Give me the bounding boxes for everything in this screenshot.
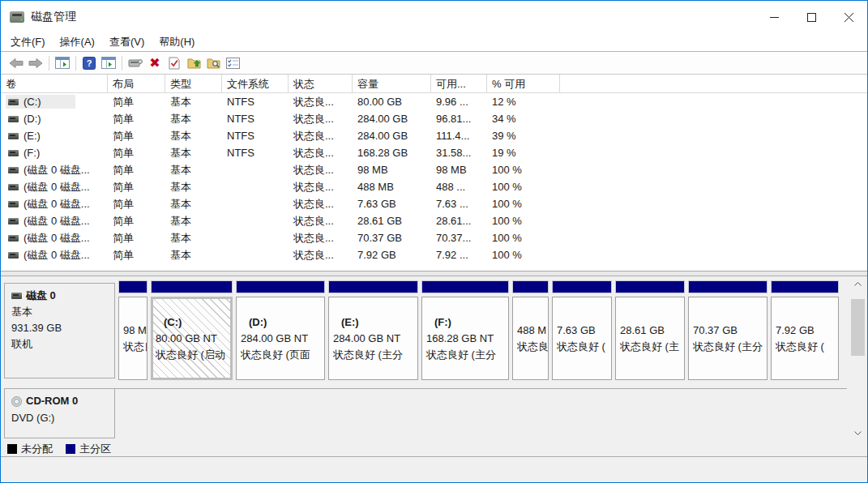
unallocated-swatch — [7, 444, 17, 454]
view-options-icon[interactable] — [223, 54, 242, 72]
cdrom0-info-panel[interactable]: CD-ROM 0 DVD (G:) — [4, 388, 115, 438]
volume-free-cell: 96.81... — [431, 113, 487, 125]
console-tree-icon[interactable] — [53, 54, 72, 72]
volume-layout-cell: 简单 — [108, 180, 165, 194]
volume-row[interactable]: (磁盘 0 磁盘...简单基本状态良...70.37 GB70.37...100… — [1, 229, 867, 246]
close-icon[interactable] — [830, 1, 867, 33]
check-disk-icon[interactable] — [165, 54, 184, 72]
menu-file[interactable]: 文件(F) — [3, 32, 53, 52]
maximize-icon[interactable] — [793, 1, 830, 33]
scrollbar-thumb[interactable] — [851, 299, 865, 356]
partition-cell[interactable]: (C:)80.00 GB NT状态良好 (启动 — [151, 280, 233, 380]
volume-row[interactable]: (C:)简单基本NTFS状态良...80.00 GB9.96 ...12 % — [1, 93, 867, 110]
volume-status-cell: 状态良... — [289, 95, 353, 109]
status-bar — [1, 457, 867, 482]
column-header-pct-free[interactable]: % 可用 — [487, 75, 560, 93]
partition-body[interactable]: 7.63 GB状态良好 ( — [552, 297, 612, 380]
partition-status: 状态良好 (主分 — [693, 339, 763, 355]
partition-body[interactable]: 488 M状态良 — [512, 297, 549, 380]
partition-body[interactable]: (C:)80.00 GB NT状态良好 (启动 — [151, 297, 233, 380]
partition-status: 状态良好 (主分 — [333, 347, 413, 363]
volume-layout-cell: 简单 — [108, 214, 165, 229]
partition-cell[interactable]: (D:)284.00 GB NT状态良好 (页面 — [236, 280, 325, 380]
properties-icon[interactable] — [126, 54, 145, 72]
volume-capacity-cell: 7.63 GB — [353, 198, 431, 210]
delete-volume-icon[interactable]: ✖ — [145, 54, 165, 72]
volume-fs-cell: NTFS — [222, 96, 289, 108]
volume-fs-cell: NTFS — [222, 130, 289, 142]
partition-cell[interactable]: (E:)284.00 GB NT状态良好 (主分 — [328, 280, 418, 380]
partition-color-band — [615, 280, 685, 293]
column-header-free[interactable]: 可用... — [431, 75, 487, 93]
partition-size: 28.61 GB — [620, 323, 680, 339]
volume-row[interactable]: (磁盘 0 磁盘...简单基本状态良...488 MB488 ...100 % — [1, 178, 867, 195]
volume-row[interactable]: (D:)简单基本NTFS状态良...284.00 GB96.81...34 % — [1, 110, 867, 127]
volume-row[interactable]: (磁盘 0 磁盘...简单基本状态良...7.63 GB7.63 ...100 … — [1, 195, 867, 212]
volume-row[interactable]: (F:)简单基本NTFS状态良...168.28 GB31.58...19 % — [1, 144, 867, 161]
partition-cell[interactable]: 28.61 GB状态良好 (主 — [615, 280, 685, 380]
back-icon[interactable] — [6, 54, 26, 72]
partition-body[interactable]: (D:)284.00 GB NT状态良好 (页面 — [236, 297, 325, 380]
volume-pct-cell: 12 % — [487, 96, 560, 108]
disk-management-app-icon — [10, 11, 24, 23]
volume-name-cell: (磁盘 0 磁盘... — [1, 162, 108, 178]
partition-cell[interactable]: 488 M状态良 — [512, 280, 549, 380]
volume-row[interactable]: (磁盘 0 磁盘...简单基本状态良...7.92 GB7.92 ...100 … — [1, 246, 867, 263]
volume-row[interactable]: (磁盘 0 磁盘...简单基本状态良...28.61 GB28.61...100… — [1, 212, 867, 229]
partition-body[interactable]: 98 MB状态良好 — [118, 297, 148, 380]
volume-status-cell: 状态良... — [289, 180, 353, 194]
legend-bar: 未分配 主分区 — [1, 441, 867, 457]
partition-size: 7.92 GB — [776, 323, 834, 339]
volume-table-body: (C:)简单基本NTFS状态良...80.00 GB9.96 ...12 %(D… — [1, 93, 867, 263]
legend-unallocated-label: 未分配 — [21, 442, 53, 456]
volume-row[interactable]: (磁盘 0 磁盘...简单基本状态良...98 MB98 MB100 % — [1, 161, 867, 178]
folder-up-icon[interactable] — [184, 54, 203, 72]
volume-type-cell: 基本 — [165, 146, 222, 160]
volume-layout-cell: 简单 — [108, 231, 165, 246]
partition-cell[interactable]: (F:)168.28 GB NT状态良好 (主分 — [421, 280, 509, 380]
scroll-up-icon[interactable] — [851, 277, 865, 291]
help-icon[interactable]: ? — [79, 54, 99, 72]
disk0-info-panel[interactable]: 磁盘 0 基本 931.39 GB 联机 — [4, 283, 115, 378]
column-header-volume[interactable]: 卷 — [1, 75, 108, 93]
volume-capacity-cell: 98 MB — [353, 164, 431, 176]
partition-status: 状态良好 (主分 — [426, 347, 504, 363]
column-header-filler — [560, 75, 867, 93]
volume-layout-cell: 简单 — [108, 129, 165, 143]
partition-cell[interactable]: 98 MB状态良好 — [118, 280, 148, 380]
partition-size: 488 M — [517, 323, 544, 339]
volume-name-cell: (磁盘 0 磁盘... — [1, 213, 108, 229]
vertical-scrollbar[interactable] — [851, 277, 865, 440]
pane-splitter[interactable] — [1, 271, 867, 276]
partition-color-band — [771, 280, 839, 293]
forward-icon[interactable] — [26, 54, 45, 72]
column-header-status[interactable]: 状态 — [289, 75, 353, 93]
folder-search-icon[interactable] — [203, 54, 223, 72]
primary-partition-swatch — [66, 444, 75, 454]
scroll-down-icon[interactable] — [851, 426, 865, 440]
partition-cell[interactable]: 7.63 GB状态良好 ( — [552, 280, 612, 380]
menu-help[interactable]: 帮助(H) — [152, 32, 202, 52]
menu-view[interactable]: 查看(V) — [102, 32, 152, 52]
partition-body[interactable]: 70.37 GB状态良好 (主分 — [688, 297, 768, 380]
partition-body[interactable]: (F:)168.28 GB NT状态良好 (主分 — [421, 297, 509, 380]
column-header-filesystem[interactable]: 文件系统 — [222, 75, 289, 93]
volume-pct-cell: 100 % — [487, 249, 560, 261]
volume-row[interactable]: (E:)简单基本NTFS状态良...284.00 GB111.4...39 % — [1, 127, 867, 144]
column-header-capacity[interactable]: 容量 — [353, 75, 431, 93]
partition-label: (D:) — [241, 314, 320, 331]
partition-body[interactable]: 7.92 GB状态良好 ( — [771, 297, 839, 380]
volume-name-cell: (磁盘 0 磁盘... — [1, 230, 108, 246]
partition-body[interactable]: 28.61 GB状态良好 (主 — [615, 297, 685, 380]
column-header-type[interactable]: 类型 — [165, 75, 222, 93]
partition-body[interactable]: (E:)284.00 GB NT状态良好 (主分 — [328, 297, 418, 380]
action-pane-icon[interactable] — [99, 54, 118, 72]
cd-rom-icon — [11, 396, 22, 407]
minimize-icon[interactable] — [755, 1, 793, 33]
menu-action[interactable]: 操作(A) — [53, 32, 102, 52]
partition-cell[interactable]: 7.92 GB状态良好 ( — [771, 280, 839, 380]
volume-name-cell: (F:) — [1, 146, 108, 160]
legend-primary-label: 主分区 — [79, 442, 111, 456]
partition-cell[interactable]: 70.37 GB状态良好 (主分 — [688, 280, 768, 380]
column-header-layout[interactable]: 布局 — [108, 75, 165, 93]
